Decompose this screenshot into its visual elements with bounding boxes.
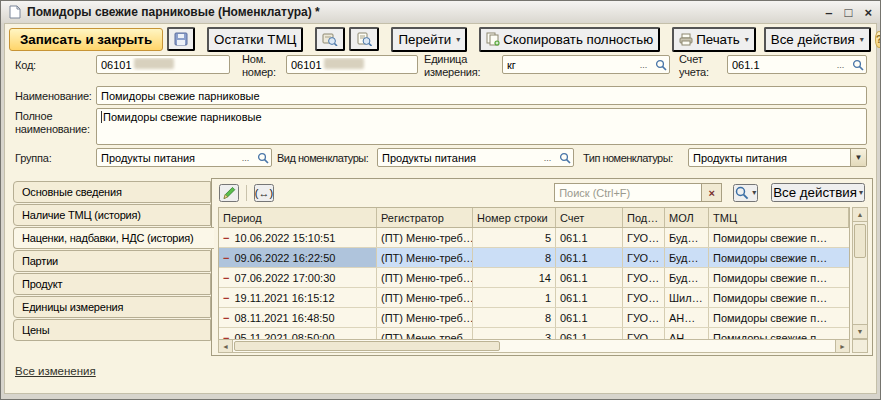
- mol-cell[interactable]: Буд…: [665, 228, 709, 247]
- clear-search-button[interactable]: ×: [702, 183, 722, 202]
- vertical-scrollbar[interactable]: ▲ ▼: [852, 207, 868, 339]
- nom-number-field[interactable]: 06101: [286, 55, 418, 74]
- open-button[interactable]: [556, 149, 573, 166]
- column-header-pod[interactable]: Под…: [623, 208, 665, 227]
- account-cell[interactable]: 061.1: [556, 248, 623, 267]
- vertical-scroll-track[interactable]: [853, 260, 867, 324]
- tmc-cell[interactable]: Помидоры свежие п…: [709, 248, 849, 267]
- open-button[interactable]: [652, 56, 669, 73]
- tab-units[interactable]: Единицы измерения: [13, 296, 211, 318]
- period-cell[interactable]: −10.06.2022 15:10:51: [219, 228, 377, 247]
- period-cell[interactable]: −19.11.2021 16:15:12: [219, 288, 377, 307]
- account-cell[interactable]: 061.1: [556, 308, 623, 327]
- table-row-selected[interactable]: −09.06.2022 16:22:50 (ПТ) Меню-треб… 8 0…: [219, 248, 849, 268]
- tmc-cell[interactable]: Помидоры свежие п…: [709, 228, 849, 247]
- account-cell[interactable]: 061.1: [556, 268, 623, 287]
- tab-prices[interactable]: Цены: [13, 319, 211, 341]
- copy-full-button[interactable]: Скопировать полностью: [479, 27, 660, 52]
- table-row[interactable]: −07.06.2022 17:00:30 (ПТ) Меню-треб… 14 …: [219, 268, 849, 288]
- horizontal-scroll-track[interactable]: [500, 340, 835, 352]
- horizontal-scrollbar[interactable]: ◄ ►: [218, 339, 850, 353]
- fullname-field[interactable]: Помидоры свежие парниковые: [96, 108, 867, 145]
- scroll-right-button[interactable]: ►: [835, 340, 849, 352]
- line-no-cell[interactable]: 14: [473, 268, 556, 287]
- card-magnifier-button[interactable]: [315, 27, 345, 51]
- column-header-tmc[interactable]: ТМЦ: [709, 208, 849, 227]
- vertical-scroll-thumb[interactable]: [854, 224, 866, 258]
- stock-tmc-button[interactable]: Остатки ТМЦ: [207, 27, 303, 52]
- group-field[interactable]: Продукты питания ...: [96, 148, 272, 167]
- period-cell[interactable]: −09.06.2022 16:22:50: [219, 248, 377, 267]
- doc-magnifier-button[interactable]: [349, 27, 379, 51]
- column-header-account[interactable]: Счет: [556, 208, 623, 227]
- choose-button[interactable]: ...: [539, 149, 556, 166]
- registrar-cell[interactable]: (ПТ) Меню-треб…: [377, 228, 473, 247]
- pod-cell[interactable]: ГУО…: [623, 248, 665, 267]
- registrar-cell[interactable]: (ПТ) Меню-треб…: [377, 288, 473, 307]
- column-header-line-no[interactable]: Номер строки: [473, 208, 556, 227]
- pod-cell[interactable]: ГУО…: [623, 228, 665, 247]
- fit-width-button[interactable]: (↔): [254, 184, 274, 202]
- registrar-cell[interactable]: (ПТ) Меню-треб…: [377, 268, 473, 287]
- grid-all-actions-button[interactable]: Все действия ▾: [771, 183, 865, 202]
- tmc-cell[interactable]: Помидоры свежие п…: [709, 268, 849, 287]
- line-no-cell[interactable]: 8: [473, 248, 556, 267]
- line-no-cell[interactable]: 8: [473, 308, 556, 327]
- column-header-registrar[interactable]: Регистратор: [377, 208, 473, 227]
- type-combobox[interactable]: Продукты питания ▼: [688, 148, 867, 167]
- unit-field[interactable]: кг ...: [502, 55, 670, 74]
- all-changes-link[interactable]: Все изменения: [15, 365, 96, 377]
- account-cell[interactable]: 061.1: [556, 228, 623, 247]
- all-actions-button[interactable]: Все действия ▾: [764, 27, 871, 52]
- account-field[interactable]: 061.1 ...: [727, 55, 867, 74]
- kind-field[interactable]: Продукты питания ...: [377, 148, 574, 167]
- minimize-button[interactable]: –: [825, 6, 832, 19]
- tab-tmc-availability[interactable]: Наличие ТМЦ (история): [13, 204, 211, 226]
- close-button[interactable]: ×: [864, 6, 872, 19]
- account-cell[interactable]: 061.1: [556, 288, 623, 307]
- choose-button[interactable]: ...: [237, 149, 254, 166]
- line-no-cell[interactable]: 1: [473, 288, 556, 307]
- help-button[interactable]: ?: [875, 31, 881, 48]
- horizontal-scroll-thumb[interactable]: [234, 341, 500, 351]
- table-row[interactable]: −10.06.2022 15:10:51 (ПТ) Меню-треб… 5 0…: [219, 228, 849, 248]
- maximize-button[interactable]: □: [845, 6, 853, 19]
- choose-button[interactable]: ...: [635, 56, 652, 73]
- tab-main-info[interactable]: Основные сведения: [13, 181, 211, 203]
- open-button[interactable]: [254, 149, 271, 166]
- registrar-cell[interactable]: (ПТ) Меню-треб…: [377, 308, 473, 327]
- search-options-button[interactable]: ▾: [733, 184, 758, 202]
- save-and-close-button[interactable]: Записать и закрыть: [9, 28, 163, 51]
- scroll-left-button[interactable]: ◄: [219, 340, 233, 352]
- tab-markups-vat-history[interactable]: Наценки, надбавки, НДС (история): [13, 227, 214, 249]
- registrar-cell[interactable]: (ПТ) Меню-треб…: [377, 248, 473, 267]
- line-no-cell[interactable]: 5: [473, 228, 556, 247]
- pod-cell[interactable]: ГУО…: [623, 268, 665, 287]
- tmc-cell[interactable]: Помидоры свежие п…: [709, 308, 849, 327]
- mol-cell[interactable]: АН…: [665, 308, 709, 327]
- column-header-mol[interactable]: МОЛ: [665, 208, 709, 227]
- mol-cell[interactable]: Шил…: [665, 288, 709, 307]
- goto-menu-button[interactable]: Перейти ▾: [391, 27, 467, 52]
- edit-button[interactable]: [219, 184, 239, 202]
- pod-cell[interactable]: ГУО…: [623, 288, 665, 307]
- period-cell[interactable]: −08.11.2021 16:48:50: [219, 308, 377, 327]
- search-input[interactable]: [554, 183, 702, 202]
- combo-dropdown-button[interactable]: ▼: [850, 149, 866, 166]
- code-field[interactable]: 06101: [96, 55, 230, 74]
- tab-batches[interactable]: Партии: [13, 250, 211, 272]
- save-button[interactable]: [167, 27, 195, 51]
- table-row[interactable]: −08.11.2021 16:48:50 (ПТ) Меню-треб… 8 0…: [219, 308, 849, 328]
- name-field[interactable]: Помидоры свежие парниковые: [96, 86, 867, 105]
- open-button[interactable]: [849, 56, 866, 73]
- tab-product[interactable]: Продукт: [13, 273, 211, 295]
- mol-cell[interactable]: Буд…: [665, 268, 709, 287]
- scroll-up-button[interactable]: ▲: [853, 208, 867, 222]
- pod-cell[interactable]: ГУО…: [623, 308, 665, 327]
- period-cell[interactable]: −07.06.2022 17:00:30: [219, 268, 377, 287]
- print-menu-button[interactable]: Печать ▾: [672, 27, 756, 52]
- scroll-down-button[interactable]: ▼: [853, 324, 867, 338]
- choose-button[interactable]: ...: [832, 56, 849, 73]
- mol-cell[interactable]: Буд…: [665, 248, 709, 267]
- tmc-cell[interactable]: Помидоры свежие п…: [709, 288, 849, 307]
